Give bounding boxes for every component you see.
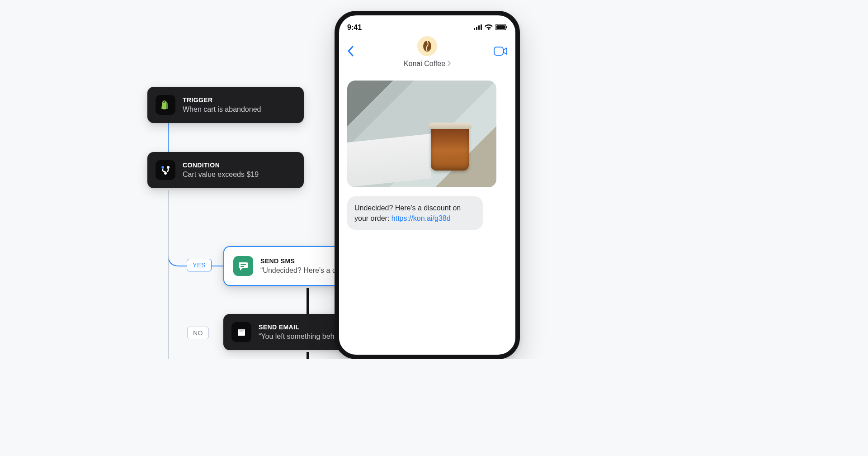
- branch-icon: [156, 160, 175, 180]
- svg-rect-15: [506, 26, 507, 28]
- svg-point-4: [161, 166, 164, 169]
- svg-rect-17: [494, 47, 503, 55]
- svg-rect-12: [481, 24, 482, 30]
- svg-rect-14: [496, 25, 505, 29]
- coffee-bean-icon: [423, 40, 432, 52]
- mail-icon: [231, 322, 251, 342]
- status-time: 9:41: [347, 24, 362, 32]
- svg-rect-10: [476, 27, 477, 30]
- signal-icon: [474, 24, 482, 32]
- message-bubble[interactable]: Undecided? Here's a discount on your ord…: [347, 196, 483, 230]
- branch-label-no: NO: [187, 327, 209, 339]
- chat-contact-name[interactable]: Konai Coffee: [404, 60, 445, 68]
- node-condition[interactable]: CONDITION Cart value exceeds $19: [147, 152, 304, 188]
- svg-rect-11: [478, 25, 480, 30]
- connector-condition-no: [168, 190, 169, 359]
- node-subtitle: Cart value exceeds $19: [183, 171, 259, 179]
- node-title: SEND EMAIL: [259, 323, 346, 331]
- battery-icon: [495, 24, 507, 32]
- facetime-icon[interactable]: [494, 47, 507, 57]
- svg-rect-7: [241, 264, 246, 265]
- node-title: CONDITION: [183, 162, 259, 169]
- node-title: TRIGGER: [183, 96, 261, 104]
- chat-icon: [233, 256, 253, 276]
- back-icon[interactable]: [347, 46, 360, 58]
- connector-sms-email: [307, 288, 308, 314]
- coffee-glass-image: [431, 125, 469, 171]
- message-link[interactable]: https://kon.ai/g38d: [392, 214, 451, 222]
- node-trigger[interactable]: TRIGGER When cart is abandoned: [147, 87, 304, 123]
- svg-rect-8: [241, 266, 244, 267]
- node-subtitle: “You left something behind”: [259, 332, 346, 341]
- svg-point-5: [167, 166, 170, 169]
- node-subtitle: When cart is abandoned: [183, 105, 261, 114]
- chevron-right-icon: [447, 60, 451, 68]
- mms-image[interactable]: [347, 81, 496, 187]
- phone-statusbar: 9:41: [347, 24, 507, 32]
- connector-trigger-condition: [168, 122, 169, 152]
- shopify-icon: [156, 95, 175, 115]
- connector-email-continue: [307, 352, 308, 359]
- svg-rect-9: [474, 28, 475, 30]
- phone-preview: 9:41: [335, 11, 520, 359]
- branch-label-yes: YES: [187, 259, 212, 271]
- wifi-icon: [485, 24, 493, 32]
- avatar[interactable]: [417, 36, 437, 56]
